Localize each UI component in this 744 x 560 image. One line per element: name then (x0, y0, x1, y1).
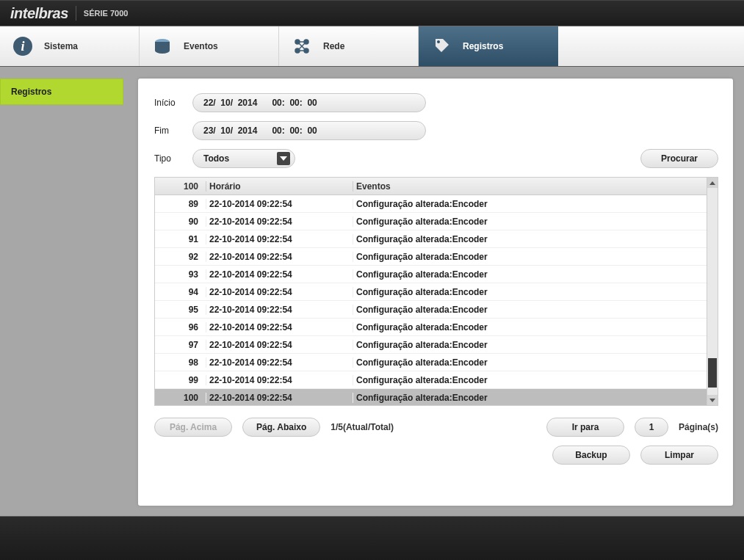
start-datetime-input[interactable]: 22/ 10/ 2014 00: 00: 00 (192, 93, 426, 112)
content-panel: Início 22/ 10/ 2014 00: 00: 00 Fim 23/ 1… (138, 79, 733, 506)
cell-event: Configuração alterada:Encoder (353, 322, 707, 332)
cell-event: Configuração alterada:Encoder (353, 199, 707, 209)
cell-time: 22-10-2014 09:22:54 (206, 252, 353, 262)
cell-event: Configuração alterada:Encoder (353, 269, 707, 280)
start-label: Início (154, 98, 184, 108)
cell-event: Configuração alterada:Encoder (353, 357, 707, 368)
nav-registros[interactable]: Registros (419, 26, 558, 66)
svg-point-4 (155, 48, 170, 54)
cell-event: Configuração alterada:Encoder (353, 234, 707, 244)
table-row[interactable]: 9122-10-2014 09:22:54Configuração altera… (155, 230, 707, 248)
cell-index: 90 (155, 217, 206, 227)
network-icon (291, 35, 313, 57)
cell-index: 96 (155, 322, 206, 332)
nav-label: Registros (463, 41, 503, 51)
nav-rede[interactable]: Rede (279, 26, 419, 66)
cylinder-icon (151, 35, 173, 57)
goto-label: Ir para (572, 422, 599, 432)
sidebar-item-label: Registros (11, 87, 51, 97)
page-next-label: Pág. Abaixo (256, 422, 306, 432)
nav-label: Eventos (184, 41, 218, 51)
table-row[interactable]: 9422-10-2014 09:22:54Configuração altera… (155, 283, 707, 301)
cell-event: Configuração alterada:Encoder (353, 252, 707, 262)
nav-label: Sistema (44, 41, 78, 51)
nav-eventos[interactable]: Eventos (140, 26, 279, 66)
cell-index: 89 (155, 199, 206, 209)
brand-logo: intelbras (10, 5, 68, 22)
table-row[interactable]: 9222-10-2014 09:22:54Configuração altera… (155, 248, 707, 266)
cell-event: Configuração alterada:Encoder (353, 393, 707, 403)
bottombar (0, 516, 744, 560)
cell-time: 22-10-2014 09:22:54 (206, 269, 353, 280)
table-row[interactable]: 9722-10-2014 09:22:54Configuração altera… (155, 336, 707, 354)
nav-label: Rede (323, 41, 344, 51)
sidebar-item-registros[interactable]: Registros (0, 79, 123, 105)
cell-time: 22-10-2014 09:22:54 (206, 340, 353, 350)
start-datetime-value: 22/ 10/ 2014 00: 00: 00 (203, 98, 317, 108)
goto-button[interactable]: Ir para (546, 418, 624, 437)
type-selected: Todos (203, 153, 229, 164)
svg-marker-15 (280, 156, 287, 161)
cell-index: 94 (155, 287, 206, 297)
pages-label: Página(s) (679, 422, 718, 432)
type-dropdown[interactable]: Todos (192, 149, 295, 168)
action-row: Backup Limpar (154, 446, 718, 465)
scroll-thumb[interactable] (708, 358, 717, 388)
scroll-down-icon[interactable] (707, 395, 718, 405)
tag-icon (430, 35, 452, 57)
scrollbar[interactable] (707, 178, 718, 405)
type-label: Tipo (154, 153, 184, 164)
page-prev-label: Pág. Acima (170, 422, 217, 432)
cell-event: Configuração alterada:Encoder (353, 305, 707, 315)
page-next-button[interactable]: Pág. Abaixo (242, 418, 320, 437)
brand-separator (76, 6, 76, 21)
info-icon: i (12, 35, 34, 57)
table-row[interactable]: 9322-10-2014 09:22:54Configuração altera… (155, 266, 707, 283)
page-number-input[interactable]: 1 (635, 418, 668, 437)
cell-event: Configuração alterada:Encoder (353, 287, 707, 297)
table-row[interactable]: 9622-10-2014 09:22:54Configuração altera… (155, 319, 707, 336)
row-type: Tipo Todos Procurar (154, 149, 718, 168)
search-button-label: Procurar (661, 153, 698, 164)
cell-time: 22-10-2014 09:22:54 (206, 199, 353, 209)
cell-event: Configuração alterada:Encoder (353, 217, 707, 227)
end-datetime-input[interactable]: 23/ 10/ 2014 00: 00: 00 (192, 121, 426, 140)
cell-time: 22-10-2014 09:22:54 (206, 287, 353, 297)
col-count: 100 (155, 181, 206, 192)
pager-row: Pág. Acima Pág. Abaixo 1/5(Atual/Total) … (154, 418, 718, 437)
cell-time: 22-10-2014 09:22:54 (206, 305, 353, 315)
nav-sistema[interactable]: i Sistema (0, 26, 140, 66)
cell-time: 22-10-2014 09:22:54 (206, 375, 353, 385)
cell-time: 22-10-2014 09:22:54 (206, 393, 353, 403)
table-row[interactable]: 9822-10-2014 09:22:54Configuração altera… (155, 354, 707, 371)
cell-index: 93 (155, 269, 206, 280)
end-datetime-value: 23/ 10/ 2014 00: 00: 00 (203, 126, 317, 136)
cell-time: 22-10-2014 09:22:54 (206, 322, 353, 332)
cell-index: 91 (155, 234, 206, 244)
table-row[interactable]: 9522-10-2014 09:22:54Configuração altera… (155, 301, 707, 319)
log-table: 100 Horário Eventos 8922-10-2014 09:22:5… (154, 177, 718, 406)
search-button[interactable]: Procurar (640, 149, 718, 168)
col-event: Eventos (353, 181, 707, 192)
backup-label: Backup (575, 450, 607, 460)
cell-time: 22-10-2014 09:22:54 (206, 357, 353, 368)
cell-time: 22-10-2014 09:22:54 (206, 234, 353, 244)
clear-button[interactable]: Limpar (640, 446, 718, 465)
log-table-body: 100 Horário Eventos 8922-10-2014 09:22:5… (155, 178, 707, 405)
cell-index: 98 (155, 357, 206, 368)
topbar: intelbras SÉRIE 7000 (0, 0, 744, 26)
sidebar: Registros (0, 67, 123, 516)
table-header: 100 Horário Eventos (155, 178, 707, 195)
chevron-down-icon (277, 152, 290, 165)
table-row[interactable]: 8922-10-2014 09:22:54Configuração altera… (155, 195, 707, 213)
scroll-up-icon[interactable] (707, 178, 718, 188)
cell-event: Configuração alterada:Encoder (353, 340, 707, 350)
backup-button[interactable]: Backup (552, 446, 630, 465)
page-prev-button[interactable]: Pág. Acima (154, 418, 232, 437)
table-row[interactable]: 9922-10-2014 09:22:54Configuração altera… (155, 371, 707, 389)
table-row[interactable]: 9022-10-2014 09:22:54Configuração altera… (155, 213, 707, 230)
page-number-value: 1 (649, 422, 654, 432)
clear-label: Limpar (665, 450, 694, 460)
table-row[interactable]: 10022-10-2014 09:22:54Configuração alter… (155, 389, 707, 405)
cell-index: 99 (155, 375, 206, 385)
